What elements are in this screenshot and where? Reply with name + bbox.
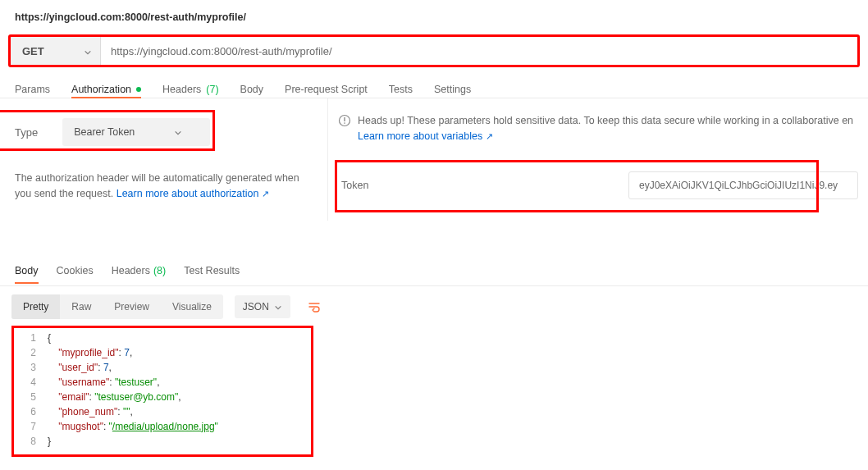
code-key: "username"	[58, 376, 109, 388]
tab-headers-count: (7)	[206, 84, 218, 95]
code-number: 7	[124, 347, 130, 358]
http-method-label: GET	[22, 45, 44, 57]
tab-headers-label: Headers	[162, 84, 201, 95]
resp-tab-headers-count: (8)	[153, 265, 166, 276]
learn-more-variables-label: Learn more about variables	[358, 130, 482, 142]
url-value: https://yingcloud.com:8000/rest-auth/myp…	[111, 45, 332, 57]
view-raw-button[interactable]: Raw	[60, 294, 103, 319]
code-string: "testuser@yb.com"	[94, 391, 178, 403]
token-input[interactable]: eyJ0eXAiOiJKV1QiLCJhbGciOiJIUzI1NiJ9.ey	[628, 171, 858, 199]
tab-tests[interactable]: Tests	[389, 80, 413, 98]
wrap-lines-button[interactable]	[302, 294, 327, 319]
auth-type-dropdown[interactable]: Bearer Token	[62, 118, 210, 146]
request-row: GET https://yingcloud.com:8000/rest-auth…	[8, 34, 860, 67]
code-key: "email"	[58, 391, 89, 403]
response-language-label: JSON	[243, 301, 269, 313]
code-string: "testuser"	[115, 376, 157, 388]
mugshot-link[interactable]: /media/upload/none.jpg	[112, 421, 215, 432]
tab-body[interactable]: Body	[240, 80, 264, 98]
code-key: "phone_num"	[58, 406, 117, 418]
view-visualize-button[interactable]: Visualize	[161, 294, 223, 319]
code-brace: }	[48, 436, 51, 447]
view-preview-button[interactable]: Preview	[103, 294, 161, 319]
tab-authorization[interactable]: Authorization	[71, 80, 141, 98]
code-key: "myprofile_id"	[58, 347, 118, 358]
chevron-down-icon	[84, 47, 92, 55]
svg-rect-1	[344, 117, 345, 121]
code-key: "user_id"	[58, 362, 98, 373]
request-tabs: Params Authorization Headers (7) Body Pr…	[0, 67, 868, 98]
response-language-dropdown[interactable]: JSON	[235, 295, 290, 318]
resp-tab-tests[interactable]: Test Results	[184, 265, 240, 276]
learn-more-auth-label: Learn more about authorization	[116, 188, 259, 199]
tab-headers[interactable]: Headers (7)	[162, 80, 219, 98]
code-number: 7	[103, 362, 109, 373]
tab-prerequest[interactable]: Pre-request Script	[285, 80, 368, 98]
tab-settings[interactable]: Settings	[434, 80, 471, 98]
code-brace: {	[48, 332, 51, 344]
view-pretty-button[interactable]: Pretty	[11, 294, 60, 319]
external-link-icon: ↗	[486, 131, 493, 141]
chevron-down-icon	[274, 303, 282, 311]
code-key: "mugshot"	[58, 421, 103, 432]
resp-tab-headers[interactable]: Headers (8)	[112, 265, 167, 276]
auth-auto-note: The authorization header will be automat…	[15, 171, 313, 203]
http-method-dropdown[interactable]: GET	[11, 37, 101, 65]
auth-type-label: Type	[15, 126, 38, 139]
wrap-lines-icon	[308, 300, 321, 313]
status-dot-icon	[136, 87, 141, 92]
response-tabs: Body Cookies Headers (8) Test Results	[0, 257, 868, 286]
token-label: Token	[341, 180, 374, 191]
formatter-row: Pretty Raw Preview Visualize JSON	[0, 286, 868, 322]
auth-alert-text: Heads up! These parameters hold sensitiv…	[358, 115, 853, 126]
learn-more-variables-link[interactable]: Learn more about variables ↗	[358, 130, 493, 142]
chevron-down-icon	[174, 128, 182, 136]
resp-tab-cookies[interactable]: Cookies	[57, 265, 94, 276]
token-block: Token eyJ0eXAiOiJKV1QiLCJhbGciOiJIUzI1Ni…	[338, 165, 868, 206]
resp-tab-headers-label: Headers	[112, 265, 150, 276]
svg-rect-2	[344, 122, 345, 123]
tab-params[interactable]: Params	[15, 80, 50, 98]
warning-icon	[338, 114, 351, 127]
resp-tab-body[interactable]: Body	[15, 265, 39, 276]
learn-more-auth-link[interactable]: Learn more about authorization ↗	[116, 188, 269, 199]
auth-right-pane: Heads up! These parameters hold sensitiv…	[328, 98, 868, 221]
auth-left-pane: Type Bearer Token The authorization head…	[0, 98, 328, 221]
auth-type-value: Bearer Token	[74, 126, 135, 138]
page-title: https://yingcloud.com:8000/rest-auth/myp…	[0, 0, 868, 23]
token-value: eyJ0eXAiOiJKV1QiLCJhbGciOiJIUzI1NiJ9.ey	[639, 180, 838, 191]
url-input[interactable]: https://yingcloud.com:8000/rest-auth/myp…	[101, 37, 857, 65]
response-body[interactable]: 1{ 2 "myprofile_id": 7, 3 "user_id": 7, …	[11, 326, 868, 454]
external-link-icon: ↗	[262, 189, 269, 198]
auth-alert: Heads up! These parameters hold sensitiv…	[338, 113, 868, 145]
view-mode-segmented: Pretty Raw Preview Visualize	[11, 294, 223, 319]
tab-authorization-label: Authorization	[71, 84, 131, 95]
